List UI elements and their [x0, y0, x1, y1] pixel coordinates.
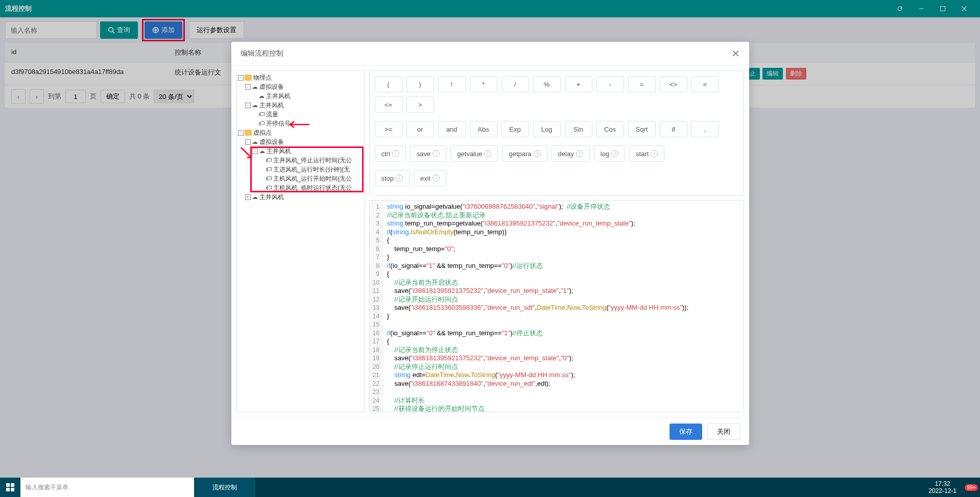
svg-rect-4 [11, 483, 14, 487]
tree-label[interactable]: 主机风机_临时运行状态(无公 [273, 183, 352, 192]
save-button[interactable]: 保存 [670, 424, 702, 440]
op-button[interactable]: Sin [565, 121, 592, 137]
op-button[interactable]: savei [410, 145, 446, 162]
collapse-icon[interactable]: - [238, 75, 244, 81]
cloud-icon: ☁ [252, 82, 258, 91]
tag-icon: 🏷 [266, 156, 272, 165]
collapse-icon[interactable]: - [245, 84, 251, 90]
info-icon: i [651, 150, 658, 157]
op-button[interactable]: <> [660, 76, 687, 92]
collapse-icon[interactable]: - [252, 148, 258, 154]
cloud-icon: ☁ [252, 137, 258, 146]
op-button[interactable]: ( [375, 76, 402, 92]
op-button[interactable]: if [660, 121, 687, 137]
collapse-icon[interactable]: - [238, 130, 244, 136]
op-button[interactable]: - [596, 76, 624, 92]
op-button[interactable]: Abs [470, 121, 497, 137]
tree-label[interactable]: 主井风机 [259, 101, 284, 110]
tree-label[interactable]: 主井风机 [259, 192, 284, 202]
svg-rect-6 [11, 488, 14, 491]
op-button[interactable]: = [628, 76, 656, 92]
taskbar-tab[interactable]: 流程控制 [194, 478, 255, 497]
op-button[interactable]: exiti [414, 170, 446, 186]
op-button[interactable]: <= [375, 96, 402, 113]
collapse-icon[interactable]: - [245, 139, 251, 145]
info-icon: i [484, 150, 491, 157]
tree-label[interactable]: 虚拟点 [253, 128, 272, 137]
close-button[interactable]: 关闭 [707, 424, 740, 440]
op-button[interactable]: >= [375, 121, 402, 137]
svg-rect-5 [6, 488, 10, 491]
svg-rect-3 [6, 483, 10, 487]
tree-label[interactable]: 主井风机_停止运行时间(无公 [273, 156, 352, 165]
tree-panel[interactable]: -物理点 -☁虚拟设备 ☁主井风机 -☁主井风机 🏷流量 🏷开停信号 -虚拟点 … [236, 70, 365, 412]
op-button[interactable]: > [407, 96, 434, 113]
tree-label[interactable]: 主井风机 [266, 91, 291, 101]
tree-label[interactable]: 虚拟设备 [259, 82, 284, 91]
tag-icon: 🏷 [266, 183, 272, 192]
op-button[interactable]: Cos [596, 121, 624, 137]
info-icon: i [433, 175, 440, 182]
op-button[interactable]: logi [594, 145, 625, 162]
tree-label[interactable]: 主机风机_运行开始时间(无公 [273, 174, 352, 183]
op-button[interactable]: < [691, 76, 719, 92]
op-button[interactable]: , [691, 121, 719, 137]
code-editor[interactable]: 1234567891011121314151617181920212223242… [369, 200, 744, 412]
collapse-icon[interactable]: + [245, 194, 251, 200]
tree-label[interactable]: 开停信号 [266, 119, 291, 128]
tag-icon: 🏷 [266, 174, 272, 183]
info-icon: i [396, 175, 403, 182]
op-button[interactable]: and [438, 121, 466, 137]
op-button[interactable]: ) [407, 76, 434, 92]
code-body[interactable]: string io_signal=getvalue("i376006988762… [383, 201, 692, 412]
info-icon: i [611, 150, 618, 157]
op-button[interactable]: * [470, 76, 497, 92]
line-gutter: 1234567891011121314151617181920212223242… [370, 201, 383, 412]
start-button[interactable] [0, 478, 20, 497]
folder-icon [245, 130, 252, 136]
op-button[interactable]: starti [629, 145, 664, 162]
info-icon: i [392, 150, 399, 157]
op-button[interactable]: Log [533, 121, 561, 137]
notification-icon[interactable]: 99+ [963, 484, 980, 491]
op-button[interactable]: + [565, 76, 592, 92]
op-button[interactable]: or [407, 121, 434, 137]
op-button[interactable]: / [501, 76, 529, 92]
tree-label[interactable]: 主井风机 [267, 146, 291, 156]
tree-label[interactable]: 流量 [266, 110, 278, 119]
tree-label[interactable]: 主进风机_运行时长(分钟)(无 [273, 165, 350, 174]
folder-icon [245, 74, 252, 81]
edit-modal: 编辑流程控制 ✕ -物理点 -☁虚拟设备 ☁主井风机 -☁主井风机 🏷流量 🏷开… [231, 42, 749, 445]
windows-icon [6, 483, 14, 491]
cloud-icon: ☁ [258, 91, 265, 101]
operator-grid: ()!*/%+-=<><<=>>=orandAbsExpLogSinCosSqr… [369, 70, 744, 196]
tag-icon: 🏷 [258, 119, 265, 128]
modal-overlay: 编辑流程控制 ✕ -物理点 -☁虚拟设备 ☁主井风机 -☁主井风机 🏷流量 🏷开… [0, 0, 980, 478]
tag-icon: 🏷 [266, 165, 272, 174]
modal-close-icon[interactable]: ✕ [731, 47, 740, 60]
cloud-icon: ☁ [259, 146, 265, 156]
cloud-icon: ☁ [252, 192, 258, 202]
taskbar-search[interactable]: 输入搜索子菜单 [20, 478, 194, 497]
op-button[interactable]: delayi [552, 145, 590, 162]
op-button[interactable]: Sqrt [628, 121, 656, 137]
op-button[interactable]: % [533, 76, 561, 92]
cloud-icon: ☁ [252, 101, 258, 110]
collapse-icon[interactable]: - [245, 103, 251, 108]
tag-icon: 🏷 [258, 110, 265, 119]
clock[interactable]: 17:322022-12-1 [922, 480, 963, 494]
op-button[interactable]: ! [438, 76, 466, 92]
op-button[interactable]: getvaluei [450, 145, 498, 162]
info-icon: i [433, 150, 440, 157]
info-icon: i [576, 150, 583, 157]
taskbar: 输入搜索子菜单 流程控制 17:322022-12-1 99+ [0, 478, 980, 497]
info-icon: i [534, 150, 541, 157]
tree-label[interactable]: 虚拟设备 [259, 137, 284, 146]
op-button[interactable]: ctrli [375, 145, 406, 162]
op-button[interactable]: Exp [501, 121, 529, 137]
tree-label[interactable]: 物理点 [253, 73, 272, 82]
op-button[interactable]: stopi [375, 170, 410, 186]
modal-title: 编辑流程控制 [241, 49, 731, 58]
op-button[interactable]: getparai [502, 145, 547, 162]
